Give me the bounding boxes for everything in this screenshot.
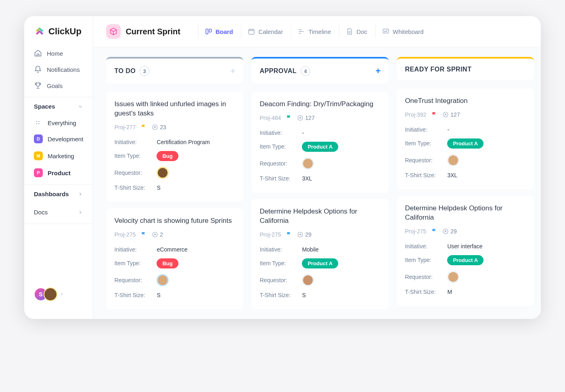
add-task-icon[interactable]: + bbox=[230, 66, 236, 76]
card-row-value: M bbox=[447, 289, 452, 295]
space-product[interactable]: P Product bbox=[24, 164, 93, 181]
view-tab-timeline-label: Timeline bbox=[308, 28, 331, 35]
svg-point-0 bbox=[36, 121, 38, 122]
item-type-pill: Product A bbox=[447, 255, 483, 265]
item-type-pill: Product A bbox=[302, 258, 338, 268]
task-card[interactable]: Velocity chart is showing future Sprints… bbox=[106, 208, 243, 309]
requestor-avatar[interactable] bbox=[447, 271, 459, 283]
flag-icon[interactable] bbox=[140, 231, 147, 238]
space-development[interactable]: D Development bbox=[24, 130, 93, 147]
flag-icon[interactable] bbox=[431, 228, 437, 235]
board-column: TO DO3+Issues with linked unfurled image… bbox=[106, 57, 243, 309]
spaces-header-label: Spaces bbox=[34, 103, 55, 110]
sidebar: ClickUp Home Notifications Goals Spaces … bbox=[24, 16, 93, 319]
chevron-right-icon bbox=[77, 191, 83, 197]
view-tab-calendar[interactable]: Calendar bbox=[241, 25, 289, 38]
card-row-size: T-Shirt Size:S bbox=[259, 289, 381, 301]
project-id: Proj-392 bbox=[405, 111, 426, 118]
docs-label: Docs bbox=[34, 209, 48, 216]
main-content: Current Sprint Board Calendar Timeline bbox=[93, 16, 541, 319]
space-badge: D bbox=[34, 134, 43, 143]
dashboards-header[interactable]: Dashboards bbox=[24, 184, 93, 203]
card-meta: Proj-27723 bbox=[114, 124, 235, 130]
card-row-value: S bbox=[157, 292, 160, 298]
dashboards-label: Dashboards bbox=[34, 191, 69, 197]
space-development-label: Development bbox=[48, 136, 83, 143]
flag-icon[interactable] bbox=[286, 115, 292, 121]
chevron-right-icon bbox=[77, 210, 83, 215]
score-badge: 29 bbox=[297, 231, 312, 238]
svg-rect-5 bbox=[209, 29, 211, 32]
card-row-item_type: Item Type:Product A bbox=[259, 139, 381, 155]
topbar: Current Sprint Board Calendar Timeline bbox=[93, 16, 541, 47]
column-title-label: READY FOR SPRINT bbox=[405, 66, 471, 73]
nav-goals[interactable]: Goals bbox=[24, 78, 93, 94]
space-badge: M bbox=[34, 151, 43, 160]
card-row-label: Requestor: bbox=[405, 274, 447, 280]
card-row-label: T-Shirt Size: bbox=[405, 289, 447, 295]
card-row-label: Item Type: bbox=[405, 140, 447, 147]
bell-icon bbox=[34, 65, 42, 73]
column-title-label: TO DO bbox=[114, 67, 136, 75]
project-id: Proj-275 bbox=[405, 228, 426, 235]
card-row-value: eCommerce bbox=[157, 246, 187, 253]
card-row-label: Item Type: bbox=[114, 260, 157, 266]
view-tab-board[interactable]: Board bbox=[198, 25, 239, 38]
card-title: Issues with linked unfurled images in gu… bbox=[114, 100, 235, 118]
space-everything-label: Everything bbox=[48, 119, 76, 126]
card-row-label: T-Shirt Size: bbox=[259, 175, 302, 182]
sprint-title-box[interactable]: Current Sprint bbox=[106, 24, 180, 39]
view-tab-timeline[interactable]: Timeline bbox=[291, 25, 337, 38]
task-card[interactable]: OneTrust IntegrationProj-392127Initiativ… bbox=[397, 88, 534, 189]
card-row-initiative: Initiative:- bbox=[259, 127, 381, 139]
view-tab-calendar-label: Calendar bbox=[258, 28, 283, 35]
logo[interactable]: ClickUp bbox=[24, 26, 93, 45]
space-everything[interactable]: Everything bbox=[24, 115, 93, 130]
column-title-label: APPROVAL bbox=[259, 67, 297, 75]
flag-icon[interactable] bbox=[431, 111, 437, 118]
whiteboard-icon bbox=[382, 28, 389, 35]
view-tab-whiteboard[interactable]: Whiteboard bbox=[375, 25, 430, 38]
task-card[interactable]: Determine Helpdesk Options for Californi… bbox=[251, 199, 389, 309]
card-title: Determine Helpdesk Options for Californi… bbox=[405, 204, 526, 222]
task-card[interactable]: Deacom Finding: Dry/Trim/PackagingProj-4… bbox=[251, 92, 389, 193]
nav-notifications[interactable]: Notifications bbox=[24, 61, 93, 78]
flag-icon[interactable] bbox=[286, 231, 292, 238]
sidebar-footer[interactable]: S bbox=[24, 279, 93, 309]
view-tab-doc-label: Doc bbox=[356, 28, 367, 35]
card-row-label: T-Shirt Size: bbox=[114, 292, 157, 298]
docs-header[interactable]: Docs bbox=[24, 206, 93, 221]
requestor-avatar[interactable] bbox=[302, 157, 314, 170]
card-row-value: S bbox=[302, 292, 306, 298]
requestor-avatar[interactable] bbox=[157, 167, 169, 179]
card-row-label: Initiative: bbox=[114, 139, 157, 145]
nav-notifications-label: Notifications bbox=[47, 66, 80, 73]
add-task-icon[interactable]: + bbox=[376, 66, 381, 76]
score-badge: 2 bbox=[152, 231, 163, 238]
svg-rect-6 bbox=[249, 29, 255, 34]
item-type-pill: Product A bbox=[447, 138, 483, 149]
view-tab-doc[interactable]: Doc bbox=[339, 25, 374, 38]
column-header[interactable]: APPROVAL4+ bbox=[251, 57, 389, 84]
card-title: Determine Helpdesk Options for Californi… bbox=[259, 207, 381, 226]
column-header[interactable]: READY FOR SPRINT bbox=[397, 57, 534, 80]
space-marketing[interactable]: M Marketing bbox=[24, 147, 93, 164]
task-card[interactable]: Determine Helpdesk Options for Californi… bbox=[397, 196, 534, 306]
card-row-value: 3XL bbox=[302, 175, 312, 182]
task-card[interactable]: Issues with linked unfurled images in gu… bbox=[106, 92, 243, 202]
requestor-avatar[interactable] bbox=[157, 274, 169, 286]
card-row-requestor: Requestor: bbox=[405, 268, 526, 286]
spaces-header[interactable]: Spaces bbox=[24, 97, 93, 115]
cards-list: Issues with linked unfurled images in gu… bbox=[106, 92, 243, 309]
card-row-initiative: Initiative:User interface bbox=[405, 240, 526, 252]
column-header[interactable]: TO DO3+ bbox=[106, 57, 243, 84]
flag-icon[interactable] bbox=[140, 124, 147, 130]
view-tab-whiteboard-label: Whiteboard bbox=[393, 28, 424, 35]
nav-home[interactable]: Home bbox=[24, 45, 93, 61]
requestor-avatar[interactable] bbox=[302, 274, 314, 286]
card-row-label: Requestor: bbox=[114, 277, 157, 283]
requestor-avatar[interactable] bbox=[447, 154, 459, 166]
card-meta: Proj-27529 bbox=[259, 231, 381, 238]
app-frame: ClickUp Home Notifications Goals Spaces … bbox=[24, 16, 541, 319]
card-row-initiative: Initiative:- bbox=[405, 124, 526, 136]
